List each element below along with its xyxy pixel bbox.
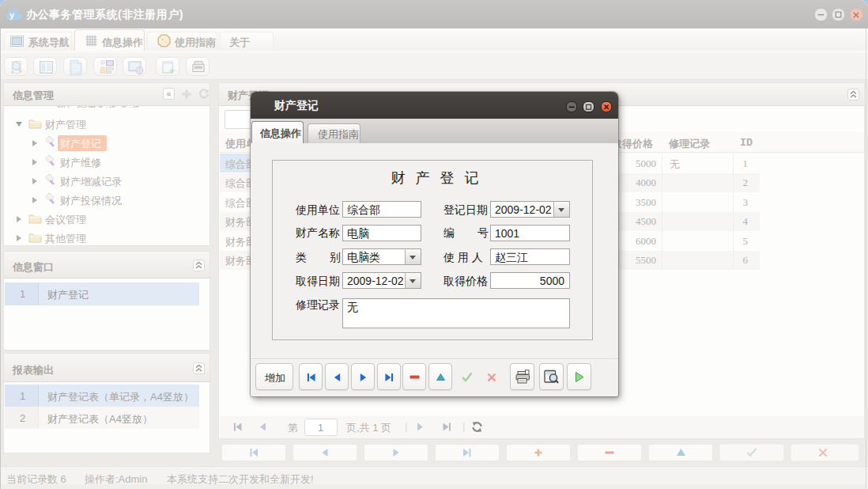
svg-text:y: y <box>9 10 15 20</box>
